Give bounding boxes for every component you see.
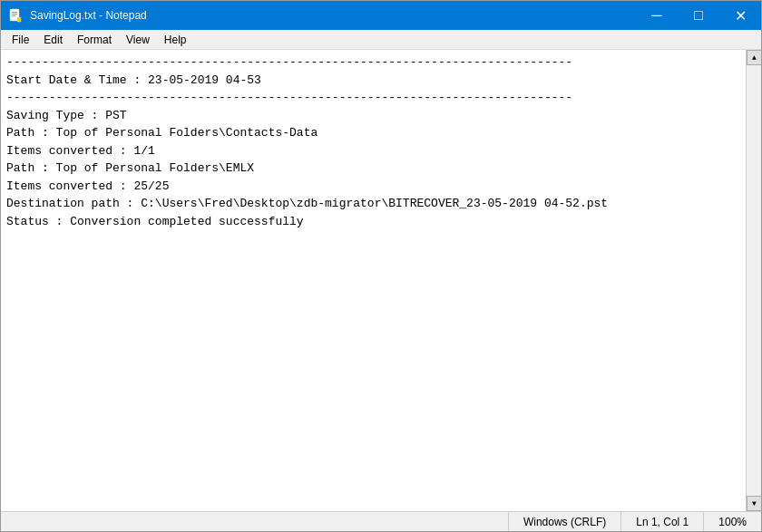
position-status: Ln 1, Col 1 xyxy=(620,512,703,531)
title-bar-left: SavingLog.txt - Notepad xyxy=(8,8,147,23)
window-title: SavingLog.txt - Notepad xyxy=(30,9,147,22)
svg-rect-2 xyxy=(12,14,17,15)
svg-rect-3 xyxy=(12,15,15,16)
scrollbar-track[interactable] xyxy=(747,65,761,496)
menu-help[interactable]: Help xyxy=(157,32,194,48)
svg-rect-1 xyxy=(12,12,17,13)
encoding-status: Windows (CRLF) xyxy=(508,512,620,531)
menu-file[interactable]: File xyxy=(5,32,36,48)
menu-edit[interactable]: Edit xyxy=(36,32,70,48)
text-editor[interactable]: ----------------------------------------… xyxy=(1,50,746,511)
maximize-button[interactable]: □ xyxy=(678,1,719,30)
window-controls: ─ □ ✕ xyxy=(636,1,761,30)
editor-area: ----------------------------------------… xyxy=(1,50,761,511)
svg-rect-4 xyxy=(17,17,21,22)
menu-bar: File Edit Format View Help xyxy=(1,30,761,50)
status-bar: Windows (CRLF) Ln 1, Col 1 100% xyxy=(1,511,761,531)
zoom-status: 100% xyxy=(703,512,761,531)
minimize-button[interactable]: ─ xyxy=(636,1,678,30)
menu-view[interactable]: View xyxy=(119,32,157,48)
app-icon xyxy=(8,8,23,23)
menu-format[interactable]: Format xyxy=(70,32,119,48)
title-bar: SavingLog.txt - Notepad ─ □ ✕ xyxy=(1,1,761,30)
scroll-up-button[interactable]: ▲ xyxy=(747,50,761,65)
close-button[interactable]: ✕ xyxy=(719,1,761,30)
notepad-window: SavingLog.txt - Notepad ─ □ ✕ File Edit … xyxy=(0,0,762,532)
scroll-down-button[interactable]: ▼ xyxy=(747,496,761,511)
vertical-scrollbar[interactable]: ▲ ▼ xyxy=(746,50,761,511)
